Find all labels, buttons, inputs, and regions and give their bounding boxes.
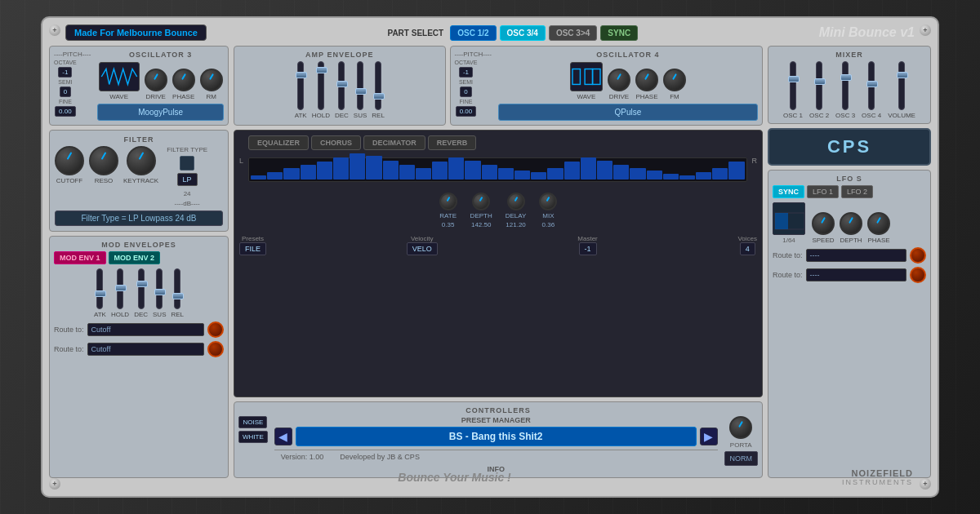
- filter-lp-btn[interactable]: LP: [177, 173, 198, 186]
- filter-cutoff-knob[interactable]: [55, 146, 84, 175]
- mod-env-faders: ATK HOLD DEC SUS: [54, 268, 224, 318]
- eq-bar: [366, 156, 381, 179]
- lfo-speed-group: SPEED: [812, 212, 835, 244]
- chorus-mix-label: MIX: [542, 212, 554, 219]
- lfo-controls: 1/64 SPEED DEPTH: [773, 202, 926, 244]
- osc3-drive-knob[interactable]: [145, 69, 167, 91]
- osc4-wave-display[interactable]: [570, 62, 603, 91]
- lfo-route2-knob[interactable]: [910, 267, 926, 283]
- right-column: MIXER OSC 1 OSC 2 OSC 3: [768, 46, 931, 478]
- amp-rel-fader: REL: [372, 61, 385, 119]
- controllers-label: CONTROLLERS: [238, 406, 758, 414]
- fx-voices-group: Voices 4: [737, 235, 757, 255]
- route1-display[interactable]: Cutoff: [87, 323, 204, 336]
- lfo-route2-display[interactable]: ----: [806, 268, 906, 281]
- lfo-depth-knob[interactable]: [840, 212, 862, 235]
- filter-type-square[interactable]: [180, 156, 194, 171]
- osc4-fine-val[interactable]: 0.00: [456, 106, 477, 117]
- filter-panel: FILTER CUTOFF RESO KEYTRACK: [49, 130, 229, 232]
- route2-knob[interactable]: [207, 341, 224, 357]
- preset-name-display[interactable]: Made For Melbourne Bounce: [65, 24, 207, 41]
- lfo1-tab[interactable]: LFO 1: [807, 185, 839, 198]
- top-bar: Made For Melbourne Bounce PART SELECT OS…: [49, 24, 931, 41]
- osc3-label: OSCILLATOR 3: [97, 51, 224, 59]
- osc3-rm-knob[interactable]: [200, 69, 223, 91]
- lfo-wave-display[interactable]: [773, 202, 805, 235]
- norm-btn[interactable]: NORM: [724, 451, 759, 466]
- osc34-button[interactable]: OSC 3/4: [500, 25, 546, 41]
- osc3-fine-val[interactable]: 0.00: [55, 106, 76, 117]
- noise-type-btn[interactable]: WHITE: [238, 431, 268, 443]
- fx-tab-eq[interactable]: EQUALIZER: [248, 135, 309, 150]
- osc3-wave-display[interactable]: [99, 62, 140, 91]
- filter-label: FILTER: [55, 135, 223, 144]
- fx-velocity-btn[interactable]: VELO: [407, 242, 438, 255]
- chorus-mix-knob[interactable]: [539, 193, 557, 210]
- preset-nav: ◀ BS - Bang this Shit2 ▶: [274, 427, 718, 446]
- preset-prev-btn[interactable]: ◀: [274, 428, 292, 445]
- eq-bar: [482, 165, 497, 179]
- chorus-mix-val: 0.36: [542, 221, 555, 228]
- lfo-depth-group: DEPTH: [840, 212, 862, 244]
- fx-presets-btn[interactable]: FILE: [239, 242, 266, 255]
- chorus-delay-label: DELAY: [506, 212, 527, 219]
- chorus-rate-knob[interactable]: [439, 193, 457, 210]
- osc3-fine-label: FINE: [59, 99, 72, 104]
- osc4-fm-knob[interactable]: [663, 69, 686, 91]
- filter-keytrack-knob[interactable]: [127, 146, 156, 175]
- part-select-group: PART SELECT OSC 1/2 OSC 3/4 OSC 3>4 SYNC: [387, 25, 638, 41]
- route2-display[interactable]: Cutoff: [87, 343, 204, 356]
- lfo-tabs: SYNC LFO 1 LFO 2: [773, 185, 926, 198]
- sync-button[interactable]: SYNC: [600, 25, 638, 41]
- preset-current-display[interactable]: BS - Bang this Shit2: [296, 427, 697, 446]
- eq-bar: [317, 162, 332, 179]
- lfo-route1-knob[interactable]: [910, 247, 926, 264]
- lfo-phase-knob[interactable]: [867, 212, 890, 235]
- route1-row: Route to: Cutoff: [54, 321, 224, 338]
- filter-reso-knob[interactable]: [89, 146, 118, 175]
- osc3gt4-button[interactable]: OSC 3>4: [549, 25, 597, 41]
- osc4-phase-knob[interactable]: [635, 69, 658, 91]
- chorus-delay-val: 121.20: [506, 221, 525, 228]
- osc4-semi-val[interactable]: 0: [460, 86, 471, 97]
- chorus-depth-knob[interactable]: [472, 193, 490, 210]
- noise-btn[interactable]: NOISE: [238, 416, 267, 428]
- lfo-route1-display[interactable]: ----: [806, 249, 906, 262]
- brand: NOIZEFIELD INSTRUMENTS: [842, 468, 913, 486]
- fx-tab-decimator[interactable]: DECIMATOR: [363, 135, 425, 150]
- lfo-speed-knob[interactable]: [812, 212, 835, 235]
- preset-next-btn[interactable]: ▶: [700, 428, 718, 445]
- osc4-octave-val[interactable]: -1: [459, 67, 473, 78]
- mod-env1-tab[interactable]: MOD ENV 1: [54, 251, 106, 264]
- porta-knob[interactable]: [729, 416, 752, 439]
- lfo-sync-tab[interactable]: SYNC: [773, 185, 804, 198]
- chorus-delay-knob[interactable]: [507, 193, 525, 210]
- fx-voices-val[interactable]: 4: [740, 242, 755, 255]
- chorus-mix-group: MIX 0.36: [539, 193, 557, 228]
- fx-master-val[interactable]: -1: [579, 242, 597, 255]
- mixer-panel: MIXER OSC 1 OSC 2 OSC 3: [768, 46, 931, 124]
- mod-env2-tab[interactable]: MOD ENV 2: [109, 251, 161, 264]
- osc3-phase-knob[interactable]: [172, 69, 195, 91]
- lfo2-tab[interactable]: LFO 2: [841, 185, 873, 198]
- osc4-drive-knob[interactable]: [608, 69, 630, 91]
- fx-master-group: Master -1: [577, 235, 597, 255]
- osc4-wave-name[interactable]: QPulse: [498, 104, 758, 121]
- fx-velocity-group: Velocity VELO: [407, 235, 438, 255]
- cps-button[interactable]: CPS: [768, 128, 931, 166]
- osc4-panel: ----PITCH---- OCTAVE -1 SEMI 0 FINE 0.00: [450, 46, 763, 126]
- osc4-phase-label: PHASE: [635, 93, 657, 100]
- osc12-button[interactable]: OSC 1/2: [450, 25, 496, 41]
- amp-env-faders: ATK HOLD DEC: [238, 61, 441, 119]
- osc3-wave-name[interactable]: MoogyPulse: [97, 104, 224, 121]
- mixer-label: MIXER: [773, 51, 926, 59]
- eq-bar: [498, 168, 514, 179]
- osc3-octave-val[interactable]: -1: [58, 67, 72, 78]
- chorus-delay-group: DELAY 121.20: [506, 193, 527, 228]
- fx-tab-reverb[interactable]: REVERB: [428, 135, 477, 150]
- route1-knob[interactable]: [207, 321, 224, 338]
- osc3-semi-val[interactable]: 0: [60, 86, 71, 97]
- osc4-semi-label: SEMI: [459, 79, 473, 85]
- fx-tab-chorus[interactable]: CHORUS: [311, 135, 361, 150]
- osc4-fm-group: FM: [663, 69, 686, 100]
